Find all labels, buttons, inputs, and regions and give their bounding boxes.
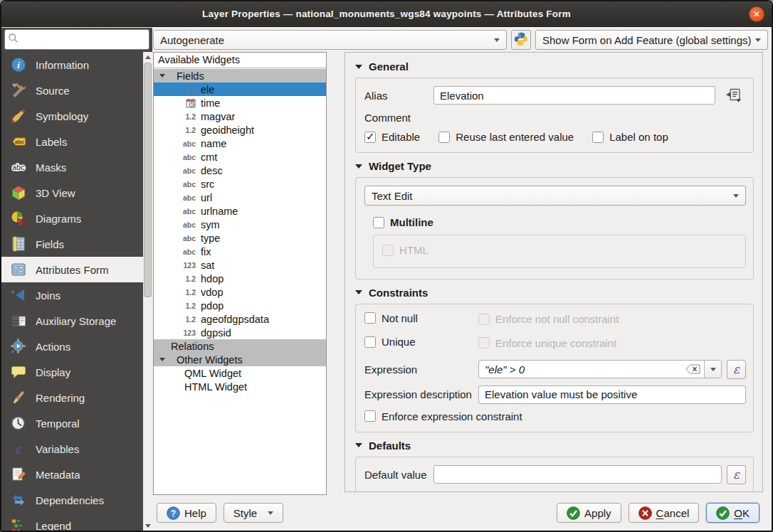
sidebar-item-labels[interactable]: abc Labels	[1, 129, 143, 154]
tree-item-ageofdgpsdata[interactable]: 1.2 ageofdgpsdata	[154, 312, 326, 326]
sidebar-item-temporal[interactable]: Temporal	[1, 410, 143, 436]
field-type-icon: 123	[176, 261, 196, 270]
tree-item-type[interactable]: abc type	[154, 231, 326, 245]
tree-item-hdop[interactable]: 1.2 hdop	[154, 272, 326, 285]
tree-item-html-widget[interactable]: HTML Widget	[154, 380, 326, 393]
sidebar-item-information[interactable]: i Information	[1, 52, 143, 78]
scrollbar-up-arrow[interactable]	[143, 53, 152, 61]
tree-item-sym[interactable]: abc sym	[154, 218, 326, 231]
section-general-header[interactable]: General	[355, 60, 755, 73]
collapse-arrow-icon[interactable]	[355, 290, 362, 294]
checkbox-box	[364, 132, 376, 143]
data-defined-override-button[interactable]	[720, 87, 746, 103]
unique-checkbox[interactable]: Unique	[364, 336, 416, 348]
alias-input[interactable]	[433, 86, 715, 105]
tree-item-vdop[interactable]: 1.2 vdop	[154, 285, 326, 299]
label-on-top-checkbox[interactable]: Label on top	[592, 131, 668, 143]
expression-description-input[interactable]	[478, 385, 746, 404]
tree-item-urlname[interactable]: abc urlname	[154, 204, 326, 218]
tree-item-cmt[interactable]: abc cmt	[154, 150, 326, 164]
chevron-down-icon	[494, 38, 500, 42]
enforce-unique-checkbox[interactable]: Enforce unique constraint	[478, 337, 616, 349]
widget-type-combobox[interactable]: Text Edit	[364, 186, 746, 206]
sidebar-item-rendering[interactable]: Rendering	[1, 385, 143, 410]
section-constraints-header[interactable]: Constraints	[355, 287, 755, 299]
collapse-arrow-icon[interactable]	[355, 164, 362, 169]
section-widget-type-header[interactable]: Widget Type	[355, 160, 755, 172]
editable-checkbox[interactable]: Editable	[364, 131, 420, 143]
constraint-expression-input[interactable]: "ele" > 0	[478, 360, 722, 378]
sidebar-item-source[interactable]: Source	[1, 78, 143, 103]
expression-dropdown-button[interactable]	[704, 361, 721, 378]
python-init-function-button[interactable]	[511, 30, 531, 50]
rendering-icon	[10, 389, 27, 406]
default-value-expression-button[interactable]: ε	[727, 465, 746, 484]
symbology-icon	[10, 107, 27, 124]
default-value-input[interactable]	[433, 465, 722, 484]
search-icon	[8, 33, 19, 46]
search-input[interactable]	[19, 33, 146, 46]
tree-item-src[interactable]: abc src	[154, 177, 326, 191]
tree-item-fields[interactable]: Fields	[154, 69, 326, 83]
field-type-icon: abc	[176, 234, 196, 243]
sidebar-item-actions[interactable]: Actions	[1, 334, 143, 359]
sidebar-item-variables[interactable]: ε Variables	[1, 436, 143, 462]
tree-item-sat[interactable]: 123 sat	[154, 258, 326, 272]
not-null-checkbox[interactable]: Not null	[364, 312, 418, 324]
sidebar-item-3d-view[interactable]: 3D View	[1, 180, 143, 206]
tree-item-other-widgets[interactable]: Other Widgets	[154, 353, 326, 366]
tree-item-fix[interactable]: abc fix	[154, 245, 326, 258]
expression-builder-button[interactable]: ε	[727, 360, 746, 379]
close-button[interactable]: ✕	[749, 6, 764, 22]
tree-item-desc[interactable]: abc desc	[154, 164, 326, 177]
section-defaults-header[interactable]: Defaults	[355, 440, 755, 452]
form-mode-combobox[interactable]: Show Form on Add Feature (global setting…	[535, 30, 768, 50]
sidebar-item-display[interactable]: Display	[1, 359, 143, 385]
multiline-checkbox[interactable]: Multiline	[373, 216, 433, 228]
ok-button[interactable]: OK	[706, 503, 759, 523]
layer-properties-dialog: Layer Properties — national_monuments_wg…	[0, 0, 773, 532]
clear-expression-icon[interactable]	[682, 364, 704, 374]
sidebar-item-metadata[interactable]: Metadata	[1, 462, 143, 487]
style-button[interactable]: Style	[224, 503, 283, 523]
cancel-button[interactable]: Cancel	[629, 503, 700, 523]
sidebar-item-diagrams[interactable]: Diagrams	[1, 206, 143, 231]
sidebar-scrollbar[interactable]	[143, 52, 152, 531]
sidebar-item-auxiliary-storage[interactable]: Auxiliary Storage	[1, 308, 143, 334]
help-button[interactable]: ? Help	[157, 503, 216, 523]
reuse-last-entered-value-checkbox[interactable]: Reuse last entered value	[438, 131, 574, 143]
editor-layout-combobox[interactable]: Autogenerate	[153, 30, 507, 50]
sidebar-item-masks[interactable]: abc Masks	[1, 154, 143, 180]
apply-button[interactable]: Apply	[557, 503, 621, 523]
tree-item-ele[interactable]: 1.2 ele	[154, 83, 326, 96]
field-type-icon: abc	[176, 153, 196, 161]
enforce-not-null-checkbox[interactable]: Enforce not null constraint	[478, 313, 619, 325]
enforce-expression-constraint-checkbox[interactable]: Enforce expression constraint	[364, 410, 522, 422]
tree-item-dgpsid[interactable]: 123 dgpsid	[154, 326, 326, 339]
tree-item-relations[interactable]: Relations	[154, 339, 326, 353]
sidebar-item-dependencies[interactable]: Dependencies	[1, 487, 143, 513]
scrollbar-handle[interactable]	[144, 63, 152, 297]
sidebar-item-attributes-form[interactable]: Attributes Form	[1, 257, 143, 282]
tree-item-magvar[interactable]: 1.2 magvar	[154, 110, 326, 123]
sidebar-item-legend[interactable]: Legend	[1, 513, 143, 531]
scrollbar-down-arrow[interactable]	[143, 521, 152, 530]
tree-item-pdop[interactable]: 1.2 pdop	[154, 299, 326, 312]
titlebar[interactable]: Layer Properties — national_monuments_wg…	[1, 1, 772, 27]
tree-item-url[interactable]: abc url	[154, 191, 326, 204]
sidebar-item-symbology[interactable]: Symbology	[1, 103, 143, 129]
general-groupbox: Alias Comment Editable	[355, 78, 754, 153]
sidebar-item-fields[interactable]: Fields	[1, 231, 143, 257]
form-icon	[10, 261, 27, 278]
tree-item-qml-widget[interactable]: QML Widget	[154, 366, 326, 380]
tree-item-name[interactable]: abc name	[154, 137, 326, 150]
tree-expand-arrow-icon[interactable]	[159, 358, 165, 361]
sidebar-item-joins[interactable]: Joins	[1, 282, 143, 308]
collapse-arrow-icon[interactable]	[355, 65, 362, 69]
collapse-arrow-icon[interactable]	[355, 443, 362, 447]
tree-expand-arrow-icon[interactable]	[159, 74, 165, 78]
html-checkbox[interactable]: HTML	[382, 244, 428, 256]
tree-item-time[interactable]: time	[154, 96, 326, 110]
tree-item-geoidheight[interactable]: 1.2 geoidheight	[154, 123, 326, 137]
sidebar-search-box	[4, 29, 149, 50]
